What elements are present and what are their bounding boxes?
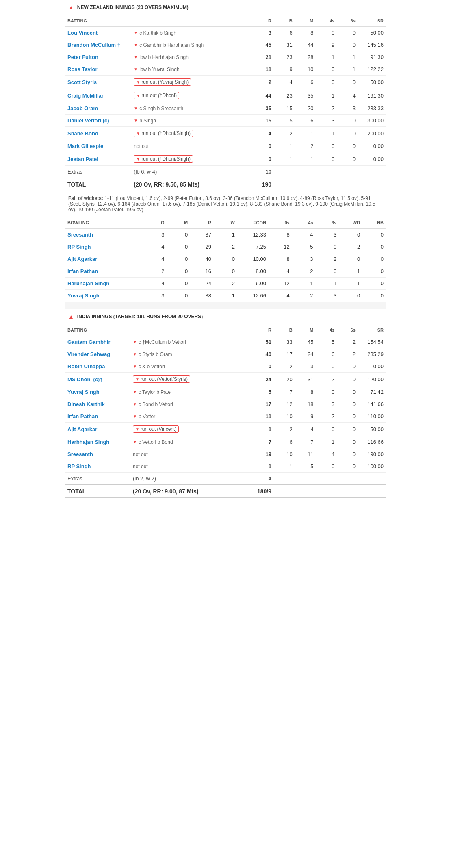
table-row: Ajit Agarkar▼ run out (Vincent)1240050.0… — [65, 423, 386, 436]
stat-sr: 191.30 — [358, 89, 386, 102]
total-value: 190 — [253, 178, 274, 191]
stat-fours: 0 — [316, 360, 337, 373]
col-bw: W — [214, 217, 237, 229]
player-name[interactable]: Ross Taylor — [67, 66, 97, 72]
table-row: Robin Uthappa▼ c & b Vettori023000.00 — [65, 360, 386, 373]
stat-wd: 0 — [339, 229, 362, 241]
dismissal-text: ▼ c †McCullum b Vettori — [133, 339, 249, 345]
dismissal-runout: ▼ run out (Vincent) — [133, 425, 179, 433]
player-name[interactable]: Gautam Gambhir — [67, 339, 110, 345]
player-name[interactable]: Brendon McCullum † — [67, 42, 120, 48]
player-name[interactable]: Jeetan Patel — [67, 156, 98, 162]
table-row: Jeetan Patel▼ run out (†Dhoni/Singh)0110… — [65, 152, 386, 166]
player-name[interactable]: Craig McMillan — [67, 93, 105, 99]
stat-fours: 0 — [316, 140, 337, 152]
stat-fours: 2 — [316, 373, 337, 386]
stat-b: 5 — [274, 115, 295, 127]
stat-o: 3 — [138, 229, 167, 241]
player-name[interactable]: RP Singh — [67, 463, 91, 469]
dismissal-arrow-icon: ▼ — [136, 93, 140, 98]
stat-r: 1 — [252, 460, 274, 473]
stat-m: 2 — [295, 140, 316, 152]
col-b4s: 4s — [292, 217, 316, 229]
stat-r: 5 — [252, 386, 274, 398]
player-name[interactable]: Lou Vincent — [67, 30, 98, 36]
extras-row: Extras (lb 6, w 4) 10 — [65, 166, 386, 178]
stat-m: 6 — [295, 115, 316, 127]
bowler-name[interactable]: Sreesanth — [67, 232, 93, 238]
table-row: Irfan Pathan 2 0 16 0 8.00 4 2 0 1 0 — [65, 265, 386, 278]
stat-wd: 0 — [339, 290, 362, 302]
stat-sixes: 0 — [337, 460, 358, 473]
stat-nb: 0 — [362, 290, 386, 302]
bowler-name[interactable]: RP Singh — [67, 244, 91, 250]
stat-m: 8 — [295, 27, 316, 39]
player-name[interactable]: MS Dhoni (c)† — [67, 376, 103, 382]
player-name[interactable]: Mark Gillespie — [67, 143, 103, 149]
stat-wd: 0 — [339, 253, 362, 265]
stat-fours: 1 — [316, 436, 337, 448]
stat-b: 33 — [274, 336, 295, 348]
stat-nb: 0 — [362, 278, 386, 290]
stat-b: 2 — [274, 360, 295, 373]
dismissal-runout: ▼ run out (†Dhoni) — [134, 92, 179, 99]
stat-sr: 233.33 — [358, 102, 386, 115]
dismissal-arrow-icon: ▼ — [135, 427, 139, 432]
player-name[interactable]: Peter Fulton — [67, 54, 98, 60]
stat-fours: 4 — [316, 448, 337, 460]
stat-m: 7 — [295, 436, 316, 448]
stat-fours: 2 — [316, 102, 337, 115]
dismissal-arrow-icon: ▼ — [133, 364, 137, 369]
table-row: Brendon McCullum †▼ c Gambhir b Harbhaja… — [65, 39, 386, 51]
col-batting-india: BATTING — [65, 324, 130, 336]
player-name[interactable]: Ajit Agarkar — [67, 426, 97, 432]
player-name[interactable]: Shane Bond — [67, 130, 98, 137]
stat-sr: 122.22 — [358, 63, 386, 76]
player-name[interactable]: Scott Styris — [67, 79, 97, 85]
player-name[interactable]: Jacob Oram — [67, 105, 98, 111]
stat-6s: 3 — [316, 229, 339, 241]
stat-r: 7 — [252, 436, 274, 448]
col-wd: WD — [339, 217, 362, 229]
stat-m: 11 — [295, 448, 316, 460]
stat-b: 10 — [274, 410, 295, 423]
player-name[interactable]: Daniel Vettori (c) — [67, 117, 109, 124]
stat-m: 35 — [295, 89, 316, 102]
dismissal-text: ▼ c Gambhir b Harbhajan Singh — [134, 42, 250, 48]
stat-fours: 3 — [316, 115, 337, 127]
col-4s-india: 4s — [316, 324, 337, 336]
col-nb: NB — [362, 217, 386, 229]
bowler-name[interactable]: Harbhajan Singh — [67, 280, 109, 286]
player-name[interactable]: Sreesanth — [67, 451, 93, 457]
stat-4s: 3 — [292, 253, 316, 265]
col-batting: BATTING — [65, 15, 131, 27]
stat-m: 45 — [295, 336, 316, 348]
table-row: Shane Bond▼ run out (†Dhoni/Singh)421102… — [65, 127, 386, 140]
player-name[interactable]: Robin Uthappa — [67, 363, 105, 369]
stat-o: 4 — [138, 278, 167, 290]
stat-sixes: 0 — [337, 360, 358, 373]
extras-detail: (lb 2, w 2) — [130, 473, 252, 485]
stat-m: 24 — [295, 348, 316, 360]
col-dismissal-india — [130, 324, 252, 336]
stat-r: 17 — [252, 398, 274, 410]
bowler-name[interactable]: Yuvraj Singh — [67, 293, 100, 299]
stat-fours: 0 — [316, 460, 337, 473]
player-name[interactable]: Virender Sehwag — [67, 351, 110, 357]
player-name[interactable]: Yuvraj Singh — [67, 389, 100, 395]
bowler-name[interactable]: Irfan Pathan — [67, 268, 98, 274]
stat-m: 10 — [295, 63, 316, 76]
dismissal-arrow-icon: ▼ — [134, 67, 138, 72]
table-row: Harbhajan Singh 4 0 24 2 6.00 12 1 1 1 0 — [65, 278, 386, 290]
player-name[interactable]: Dinesh Karthik — [67, 401, 105, 407]
bowler-name[interactable]: Ajit Agarkar — [67, 256, 97, 262]
stat-fours: 0 — [316, 152, 337, 166]
stat-4s: 4 — [292, 229, 316, 241]
player-name[interactable]: Irfan Pathan — [67, 413, 98, 419]
stat-fours: 1 — [316, 51, 337, 63]
player-name[interactable]: Harbhajan Singh — [67, 439, 109, 445]
dismissal-runout: ▼ run out (Yuvraj Singh) — [134, 78, 191, 86]
stat-b: 4 — [274, 76, 295, 89]
stat-sr: 0.00 — [358, 360, 386, 373]
nz-bowling-table: BOWLING O M R W ECON 0s 4s 6s WD NB Sree… — [65, 217, 386, 302]
